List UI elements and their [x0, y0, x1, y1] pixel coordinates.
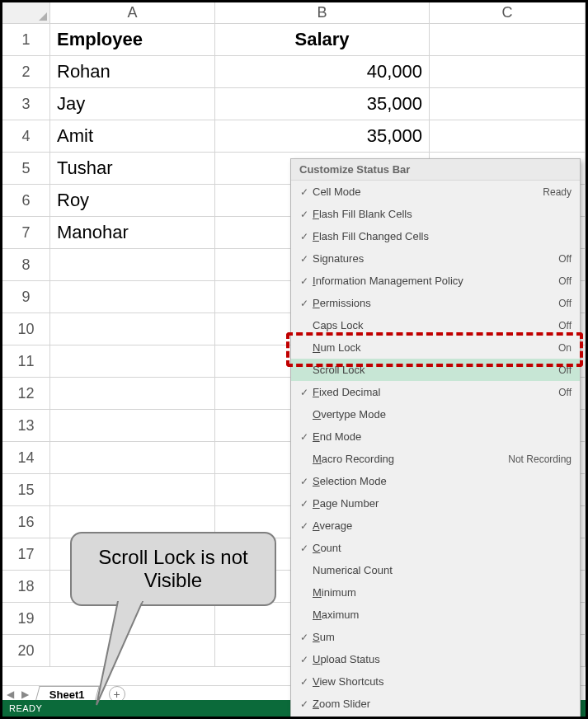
cell-A11[interactable]	[50, 345, 215, 377]
cell-A7[interactable]: Manohar	[50, 217, 215, 248]
row-header-2[interactable]: 2	[2, 56, 50, 87]
cell-A10[interactable]	[50, 313, 215, 345]
svg-marker-1	[119, 601, 142, 602]
row-header-8[interactable]: 8	[2, 249, 50, 280]
check-icon: ✓	[296, 698, 313, 710]
menu-item-flash-fill-changed-cells[interactable]: ✓Flash Fill Changed Cells	[291, 225, 580, 247]
menu-item-fixed-decimal[interactable]: ✓Fixed DecimalOff	[291, 381, 580, 403]
menu-item-overtype-mode[interactable]: Overtype Mode	[291, 403, 580, 425]
row-header-3[interactable]: 3	[2, 88, 50, 120]
cell-A3[interactable]: Jay	[50, 88, 215, 120]
column-header-C[interactable]: C	[430, 2, 586, 23]
menu-item-count[interactable]: ✓Count	[291, 537, 580, 559]
row-header-19[interactable]: 19	[2, 603, 50, 634]
row-header-6[interactable]: 6	[2, 185, 50, 216]
row-header-4[interactable]: 4	[2, 120, 50, 152]
column-header-B[interactable]: B	[215, 2, 430, 23]
menu-item-label: Overtype Mode	[313, 408, 572, 421]
menu-item-scroll-lock[interactable]: Scroll LockOff	[291, 359, 580, 381]
cell-A2[interactable]: Rohan	[50, 56, 215, 87]
menu-item-average[interactable]: ✓Average	[291, 515, 580, 537]
check-icon: ✓	[296, 298, 313, 309]
menu-item-minimum[interactable]: Minimum	[291, 581, 580, 604]
menu-item-label: Sum	[313, 631, 572, 643]
menu-item-label: Minimum	[313, 586, 572, 599]
cell-C1[interactable]	[430, 24, 586, 55]
row-header-18[interactable]: 18	[2, 571, 50, 602]
menu-item-label: Signatures	[313, 252, 558, 265]
menu-item-caps-lock[interactable]: Caps LockOff	[291, 314, 580, 336]
row-header-12[interactable]: 12	[2, 378, 50, 409]
row-header-7[interactable]: 7	[2, 217, 50, 248]
menu-item-information-management-policy[interactable]: ✓Information Management PolicyOff	[291, 270, 580, 292]
menu-item-numerical-count[interactable]: Numerical Count	[291, 559, 580, 581]
cell-A14[interactable]	[50, 442, 215, 473]
cell-C4[interactable]	[430, 120, 586, 152]
cell-B3[interactable]: 35,000	[215, 88, 430, 120]
cell-A1[interactable]: Employee	[50, 24, 215, 55]
cell-B1[interactable]: Salary	[215, 24, 430, 55]
menu-item-label: Zoom Slider	[313, 698, 572, 710]
menu-item-permissions[interactable]: ✓PermissionsOff	[291, 292, 580, 314]
menu-item-end-mode[interactable]: ✓End Mode	[291, 425, 580, 448]
menu-item-label: Information Management Policy	[313, 275, 558, 287]
cell-A5[interactable]: Tushar	[50, 153, 215, 184]
menu-item-label: Count	[313, 542, 572, 554]
row-header-5[interactable]: 5	[2, 153, 50, 184]
menu-item-sum[interactable]: ✓Sum	[291, 626, 580, 648]
check-icon: ✓	[296, 632, 313, 643]
menu-item-view-shortcuts[interactable]: ✓View Shortcuts	[291, 670, 580, 693]
menu-item-upload-status[interactable]: ✓Upload Status	[291, 648, 580, 670]
row-header-11[interactable]: 11	[2, 345, 50, 377]
menu-item-label: Flash Fill Changed Cells	[313, 230, 572, 242]
check-icon: ✓	[296, 520, 313, 532]
menu-item-zoom-slider[interactable]: ✓Zoom Slider	[291, 693, 580, 715]
cell-A9[interactable]	[50, 281, 215, 313]
menu-item-cell-mode[interactable]: ✓Cell ModeReady	[291, 181, 580, 203]
menu-item-flash-fill-blank-cells[interactable]: ✓Flash Fill Blank Cells	[291, 203, 580, 225]
menu-item-selection-mode[interactable]: ✓Selection Mode	[291, 470, 580, 492]
cell-A8[interactable]	[50, 249, 215, 280]
cell-C3[interactable]	[430, 88, 586, 120]
row-1: 1EmployeeSalary	[2, 24, 586, 56]
row-header-14[interactable]: 14	[2, 442, 50, 473]
menu-item-macro-recording[interactable]: Macro RecordingNot Recording	[291, 448, 580, 470]
customize-status-bar-menu[interactable]: Customize Status Bar ✓Cell ModeReady✓Fla…	[290, 158, 581, 719]
check-icon: ✓	[296, 209, 313, 220]
row-header-16[interactable]: 16	[2, 506, 50, 538]
menu-item-label: Num Lock	[313, 341, 558, 354]
svg-marker-0	[96, 601, 143, 705]
row-header-17[interactable]: 17	[2, 538, 50, 570]
column-header-A[interactable]: A	[50, 2, 215, 23]
cell-A13[interactable]	[50, 410, 215, 441]
row-header-13[interactable]: 13	[2, 410, 50, 441]
cell-A15[interactable]	[50, 474, 215, 505]
cell-C2[interactable]	[430, 56, 586, 87]
menu-item-label: Macro Recording	[313, 453, 508, 465]
row-header-9[interactable]: 9	[2, 281, 50, 313]
row-header-15[interactable]: 15	[2, 474, 50, 505]
check-icon: ✓	[296, 387, 313, 398]
cell-A4[interactable]: Amit	[50, 120, 215, 152]
tab-nav-prev[interactable]: ◀	[2, 687, 17, 702]
cell-B4[interactable]: 35,000	[215, 120, 430, 152]
row-header-20[interactable]: 20	[2, 635, 50, 666]
check-icon: ✓	[296, 253, 313, 265]
menu-item-signatures[interactable]: ✓SignaturesOff	[291, 247, 580, 270]
cell-A6[interactable]: Roy	[50, 185, 215, 216]
menu-item-page-number[interactable]: ✓Page Number	[291, 492, 580, 515]
check-icon: ✓	[296, 275, 313, 287]
tab-nav-next[interactable]: ▶	[17, 687, 32, 702]
menu-item-num-lock[interactable]: Num LockOn	[291, 336, 580, 359]
select-all-corner[interactable]	[2, 2, 50, 23]
cell-B2[interactable]: 40,000	[215, 56, 430, 87]
check-icon: ✓	[296, 186, 313, 198]
row-header-10[interactable]: 10	[2, 313, 50, 345]
check-icon: ✓	[296, 498, 313, 510]
row-3: 3Jay35,000	[2, 88, 586, 120]
cell-A12[interactable]	[50, 378, 215, 409]
menu-item-maximum[interactable]: Maximum	[291, 604, 580, 626]
menu-item-zoom[interactable]: ✓Zoom190%	[291, 715, 580, 719]
menu-item-label: Numerical Count	[313, 564, 572, 576]
row-header-1[interactable]: 1	[2, 24, 50, 55]
